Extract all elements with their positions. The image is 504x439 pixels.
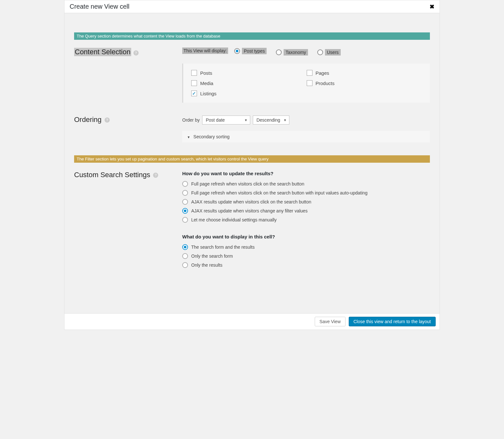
content-selection-heading: Content Selection	[74, 48, 131, 56]
display-option-label: Taxonomy	[284, 49, 308, 56]
modal-footer: Save View Close this view and return to …	[64, 313, 440, 330]
display-cell-option-label: Only the results	[191, 263, 222, 268]
radio-icon	[182, 208, 188, 214]
update-options-list: Full page refresh when visitors click on…	[182, 181, 430, 223]
update-option[interactable]: AJAX results update when visitors change…	[182, 208, 430, 214]
secondary-sorting-toggle[interactable]: ▼ Secondary sorting	[182, 131, 430, 142]
radio-icon	[182, 181, 188, 187]
checkbox-icon	[307, 80, 312, 86]
update-results-question: How do you want to update the results?	[182, 171, 430, 176]
order-direction-select[interactable]: Descending ▼	[253, 116, 289, 125]
post-type-label: Pages	[316, 70, 329, 76]
help-icon[interactable]: ?	[153, 173, 158, 178]
update-option-label: AJAX results update when visitors change…	[191, 208, 308, 213]
post-type-listings[interactable]: Listings	[191, 90, 307, 96]
close-icon[interactable]: ✖	[430, 3, 434, 10]
secondary-sorting-label: Secondary sorting	[193, 134, 230, 139]
checkbox-icon	[191, 90, 197, 96]
modal-body[interactable]: The Query section determines what conten…	[64, 13, 440, 313]
post-type-posts[interactable]: Posts	[191, 70, 307, 76]
display-cell-option[interactable]: Only the search form	[182, 253, 430, 259]
ordering-heading-text: Ordering	[74, 116, 102, 124]
triangle-down-icon: ▼	[187, 135, 190, 139]
display-cell-option[interactable]: The search form and the results	[182, 244, 430, 250]
custom-search-heading-text: Custom Search Settings	[74, 171, 150, 179]
custom-search-heading: Custom Search Settings ?	[74, 171, 182, 179]
display-option-label: Users	[325, 49, 341, 56]
display-label: This View will display:	[182, 47, 228, 54]
update-option-label: Let me choose individual settings manual…	[191, 217, 277, 222]
post-type-products[interactable]: Products	[307, 80, 422, 86]
display-cell-options-list: The search form and the results Only the…	[182, 244, 430, 268]
radio-icon	[182, 199, 188, 205]
modal-title: Create new View cell	[70, 3, 129, 10]
modal-dialog: Create new View cell ✖ The Query section…	[64, 0, 440, 330]
help-icon[interactable]: ?	[105, 117, 110, 123]
post-type-pages[interactable]: Pages	[307, 70, 422, 76]
update-option-label: Full page refresh when visitors click on…	[191, 190, 367, 195]
update-option-label: AJAX results update when visitors click …	[191, 199, 311, 204]
update-option[interactable]: Let me choose individual settings manual…	[182, 217, 430, 223]
update-option-label: Full page refresh when visitors click on…	[191, 181, 304, 186]
chevron-down-icon: ▼	[284, 118, 287, 122]
radio-icon	[182, 253, 188, 259]
order-by-select[interactable]: Post date ▼	[202, 116, 250, 125]
filter-section-banner: The Filter section lets you set up pagin…	[74, 155, 430, 163]
content-selection-row: Content Selection ? This View will displ…	[74, 48, 430, 103]
display-option-users[interactable]: Users	[317, 49, 341, 56]
post-type-media[interactable]: Media	[191, 80, 307, 86]
help-icon[interactable]: ?	[133, 50, 139, 56]
display-cell-option[interactable]: Only the results	[182, 262, 430, 268]
update-option[interactable]: AJAX results update when visitors click …	[182, 199, 430, 205]
display-mode-group: This View will display: Post types Taxon…	[182, 48, 430, 56]
ordering-row: Ordering ? Order by Post date ▼ Descendi…	[74, 116, 430, 142]
order-direction-value: Descending	[256, 117, 280, 123]
display-option-post-types[interactable]: Post types	[234, 48, 267, 54]
checkbox-icon	[191, 70, 197, 76]
order-by-value: Post date	[206, 117, 225, 123]
radio-icon	[182, 190, 188, 196]
modal-header: Create new View cell ✖	[64, 0, 440, 13]
post-type-label: Products	[316, 81, 335, 86]
display-cell-option-label: The search form and the results	[191, 245, 255, 250]
query-section-banner: The Query section determines what conten…	[74, 32, 430, 40]
update-option[interactable]: Full page refresh when visitors click on…	[182, 181, 430, 187]
post-type-label: Media	[200, 81, 213, 86]
checkbox-icon	[307, 70, 312, 76]
checkbox-icon	[191, 80, 197, 86]
chevron-down-icon: ▼	[244, 118, 248, 122]
update-option[interactable]: Full page refresh when visitors click on…	[182, 190, 430, 196]
display-option-taxonomy[interactable]: Taxonomy	[276, 49, 308, 56]
post-type-label: Posts	[200, 70, 212, 76]
save-view-button[interactable]: Save View	[315, 317, 346, 326]
display-option-label: Post types	[242, 48, 267, 54]
ordering-heading: Ordering ?	[74, 116, 182, 124]
radio-icon	[182, 217, 188, 223]
display-cell-question: What do you want to display in this cell…	[182, 234, 430, 239]
post-type-label: Listings	[200, 91, 217, 96]
display-cell-option-label: Only the search form	[191, 254, 233, 259]
close-view-button[interactable]: Close this view and return to the layout	[349, 317, 436, 326]
post-types-box: Posts Pages Media Products	[182, 64, 430, 103]
order-by-label: Order by	[182, 117, 200, 123]
radio-icon	[182, 262, 188, 268]
custom-search-row: Custom Search Settings ? How do you want…	[74, 171, 430, 271]
radio-icon	[182, 244, 188, 250]
